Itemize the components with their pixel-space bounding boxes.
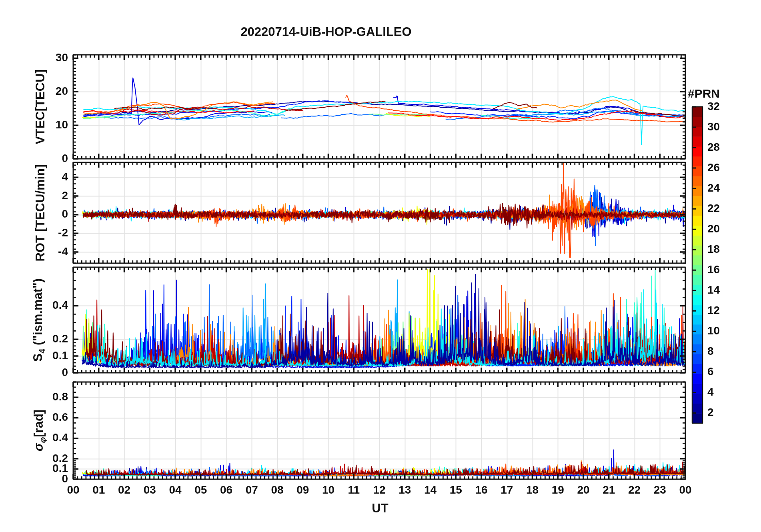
y-axis-label-rot: ROT [TECU/min] — [33, 164, 48, 262]
y-axis-label-s4: S4 ("ism.mat") — [31, 278, 47, 362]
chart-canvas — [0, 0, 761, 532]
chart-title: 20220714-UiB-HOP-GALILEO — [240, 25, 411, 39]
y-axis-label-sigma: σφ[rad] — [32, 410, 48, 451]
figure: 20220714-UiB-HOP-GALILEO UT #PRN VTEC[TE… — [0, 0, 761, 532]
x-axis-title: UT — [372, 501, 388, 516]
y-axis-label-vtec: VTEC[TECU] — [33, 69, 48, 144]
colorbar-title: #PRN — [688, 87, 720, 100]
